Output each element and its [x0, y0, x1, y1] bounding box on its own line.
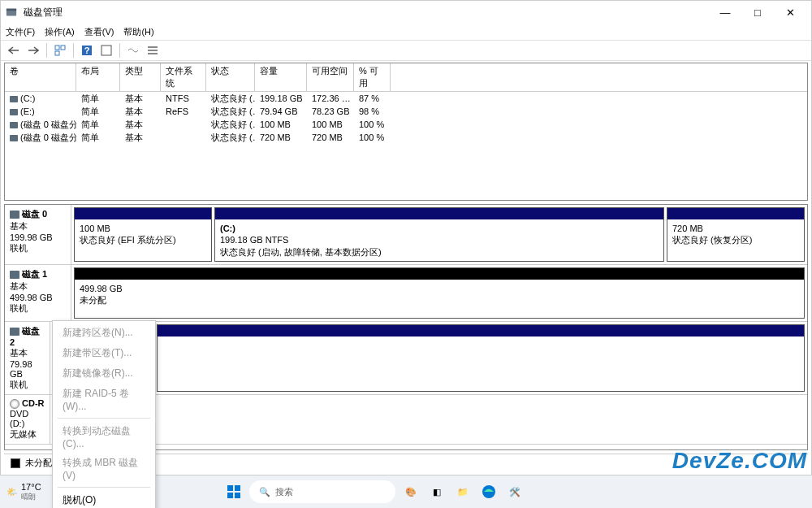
menu-file[interactable]: 文件(F) [6, 26, 35, 38]
list-button[interactable] [145, 42, 161, 59]
menu-convert-dynamic[interactable]: 转换到动态磁盘(C)... [53, 421, 155, 453]
svg-rect-10 [148, 53, 158, 54]
svg-rect-12 [235, 485, 240, 491]
col-status[interactable]: 状态 [206, 63, 255, 91]
taskbar-app-icon[interactable]: 🎨 [400, 481, 421, 502]
disk-row[interactable]: 磁盘 0 基本 199.98 GB 联机 100 MB 状态良好 (EFI 系统… [5, 205, 807, 265]
volume-row[interactable]: (磁盘 0 磁盘分区 1) 简单 基本 状态良好 (… 100 MB 100 M… [5, 118, 807, 131]
volume-row[interactable]: (磁盘 0 磁盘分区 4) 简单 基本 状态良好 (… 720 MB 720 M… [5, 131, 807, 144]
taskbar-edge-icon[interactable] [478, 481, 499, 502]
menu-help[interactable]: 帮助(H) [123, 26, 153, 38]
taskbar-task-view-icon[interactable]: ◧ [426, 481, 447, 502]
cdrom-icon [10, 399, 19, 409]
col-volume[interactable]: 卷 [5, 63, 76, 91]
weather-widget[interactable]: 🌤️ 17°C 晴朗 [6, 482, 41, 502]
disk-icon [10, 211, 19, 219]
menubar: 文件(F) 操作(A) 查看(V) 帮助(H) [1, 24, 811, 40]
partition-bar [158, 325, 804, 336]
col-capacity[interactable]: 容量 [255, 63, 307, 91]
disk-partitions [154, 322, 807, 394]
legend-square-icon [11, 458, 20, 468]
taskbar-app-icon[interactable]: 🛠️ [504, 481, 525, 502]
col-free[interactable]: 可用空间 [307, 63, 354, 91]
help-button[interactable]: ? [79, 42, 95, 59]
start-button[interactable] [223, 481, 244, 502]
partition[interactable]: (C:) 199.18 GB NTFS 状态良好 (启动, 故障转储, 基本数据… [214, 207, 664, 262]
svg-rect-2 [55, 46, 59, 50]
partition[interactable]: 100 MB 状态良好 (EFI 系统分区) [74, 207, 212, 262]
partition-info [158, 336, 804, 367]
disk-icon [10, 328, 19, 336]
window-title: 磁盘管理 [24, 6, 709, 20]
svg-text:?: ? [84, 46, 90, 55]
volume-row[interactable]: (C:) 简单 基本 NTFS 状态良好 (… 199.18 GB 172.36… [5, 92, 807, 105]
partition-bar [75, 268, 804, 280]
disk-label: 磁盘 0 基本 199.98 GB 联机 [5, 205, 71, 264]
partition-bar [75, 208, 211, 219]
volume-list-header: 卷 布局 类型 文件系统 状态 容量 可用空间 % 可用 [5, 63, 807, 92]
disk-icon [10, 271, 19, 279]
svg-rect-1 [6, 9, 16, 11]
volume-icon [10, 109, 18, 115]
svg-rect-14 [235, 493, 240, 498]
titlebar: 磁盘管理 — □ ✕ [1, 1, 811, 24]
svg-rect-13 [227, 493, 233, 498]
settings-button[interactable] [125, 42, 141, 59]
menu-new-stripe-volume[interactable]: 新建带区卷(T)... [53, 343, 155, 363]
disk-label: 磁盘 2 基本 79.98 GB 联机 [5, 322, 50, 394]
menu-separator [58, 487, 150, 488]
weather-icon: 🌤️ [6, 487, 18, 497]
toolbar: ? [1, 40, 811, 61]
minimize-button[interactable]: — [709, 2, 741, 23]
svg-rect-7 [102, 46, 111, 55]
volume-row[interactable]: (E:) 简单 基本 ReFS 状态良好 (… 79.94 GB 78.23 G… [5, 105, 807, 118]
col-layout[interactable]: 布局 [76, 63, 120, 91]
volume-icon [10, 135, 18, 141]
menu-action[interactable]: 操作(A) [45, 26, 75, 38]
legend-unallocated: 未分配 [25, 457, 52, 469]
refresh-button[interactable] [98, 42, 114, 59]
view-button[interactable] [52, 42, 68, 59]
window-controls: — □ ✕ [709, 2, 806, 23]
search-icon: 🔍 [259, 487, 270, 497]
back-button[interactable] [6, 42, 22, 59]
taskbar-search[interactable]: 🔍 搜索 [249, 480, 395, 503]
forward-button[interactable] [25, 42, 41, 59]
toolbar-separator [119, 43, 120, 58]
disk-row[interactable]: 磁盘 1 基本 499.98 GB 联机 499.98 GB 未分配 [5, 265, 807, 322]
menu-convert-mbr[interactable]: 转换成 MBR 磁盘(V) [53, 453, 155, 484]
col-filesystem[interactable]: 文件系统 [161, 63, 206, 91]
menu-new-mirror-volume[interactable]: 新建镜像卷(R)... [53, 363, 155, 384]
toolbar-separator [46, 43, 47, 58]
menu-offline[interactable]: 脱机(O) [53, 490, 155, 508]
close-button[interactable]: ✕ [774, 2, 806, 23]
partition-info: 499.98 GB 未分配 [75, 280, 804, 310]
disk-label: CD-R DVD (D:) 无媒体 [5, 395, 50, 444]
disk-partitions: 499.98 GB 未分配 [71, 265, 807, 321]
menu-view[interactable]: 查看(V) [84, 26, 114, 38]
menu-new-raid5-volume[interactable]: 新建 RAID-5 卷(W)... [53, 384, 155, 415]
volume-list[interactable]: 卷 布局 类型 文件系统 状态 容量 可用空间 % 可用 (C:) 简单 基本 … [4, 63, 808, 201]
context-menu: 新建跨区卷(N)... 新建带区卷(T)... 新建镜像卷(R)... 新建 R… [52, 320, 156, 508]
partition-bar [215, 208, 663, 219]
maximize-button[interactable]: □ [741, 2, 774, 23]
app-icon [6, 6, 19, 19]
volume-icon [10, 122, 18, 128]
partition-bar [667, 208, 804, 219]
partition[interactable]: 720 MB 状态良好 (恢复分区) [667, 207, 805, 262]
menu-new-span-volume[interactable]: 新建跨区卷(N)... [53, 323, 155, 343]
partition[interactable]: 499.98 GB 未分配 [74, 267, 805, 319]
col-percent[interactable]: % 可用 [354, 63, 391, 91]
partition[interactable] [157, 324, 805, 392]
menu-separator [58, 418, 150, 419]
volume-icon [10, 96, 18, 102]
taskbar-explorer-icon[interactable]: 📁 [452, 481, 473, 502]
disk-partitions [50, 395, 807, 444]
svg-rect-9 [148, 50, 158, 51]
partition-info: 100 MB 状态良好 (EFI 系统分区) [75, 219, 211, 250]
disk-partitions: 100 MB 状态良好 (EFI 系统分区) (C:) 199.18 GB NT… [71, 205, 807, 264]
svg-rect-8 [148, 46, 158, 48]
col-type[interactable]: 类型 [120, 63, 161, 91]
disk-label: 磁盘 1 基本 499.98 GB 联机 [5, 265, 71, 321]
partition-info: (C:) 199.18 GB NTFS 状态良好 (启动, 故障转储, 基本数据… [215, 219, 663, 261]
